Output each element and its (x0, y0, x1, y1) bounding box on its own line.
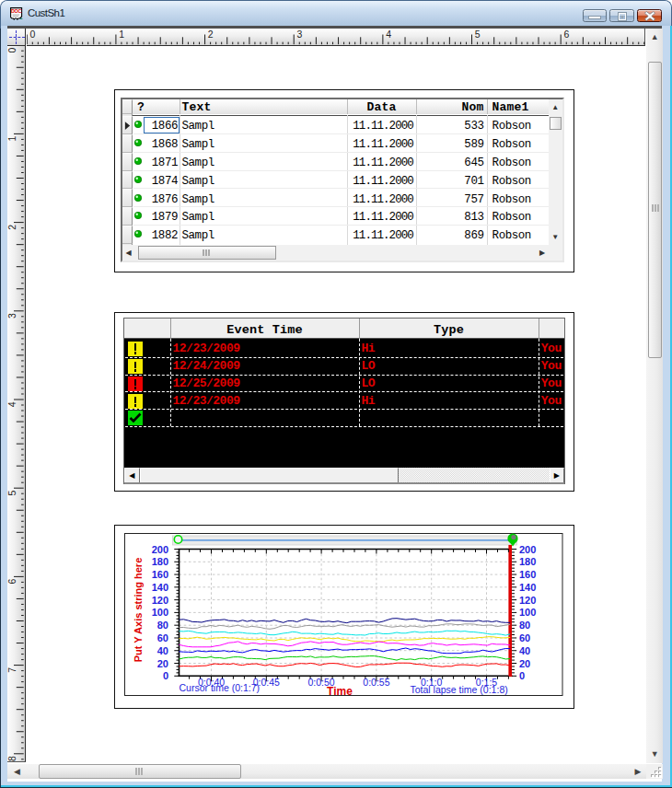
svg-text:Put Y Axis string here: Put Y Axis string here (133, 557, 144, 662)
svg-text:DOC: DOC (10, 8, 21, 14)
svg-text:200: 200 (152, 543, 168, 554)
svg-text:5: 5 (474, 29, 480, 40)
svg-text:6: 6 (7, 578, 17, 584)
svg-text:0: 0 (519, 670, 525, 681)
svg-text:20: 20 (157, 657, 168, 668)
svg-text:5: 5 (7, 490, 17, 495)
svg-text:4: 4 (7, 401, 17, 407)
svg-text:2: 2 (7, 225, 17, 230)
svg-text:0: 0 (7, 47, 17, 52)
svg-text:160: 160 (519, 569, 536, 580)
svg-text:60: 60 (519, 632, 530, 643)
svg-text:8: 8 (7, 756, 17, 761)
svg-text:200: 200 (519, 543, 536, 554)
svg-text:0: 0 (29, 29, 35, 40)
svg-text:80: 80 (519, 620, 530, 631)
svg-text:100: 100 (519, 607, 536, 618)
svg-text:3: 3 (296, 29, 302, 40)
svg-text:40: 40 (157, 644, 168, 655)
svg-text:0:0:55: 0:0:55 (363, 676, 389, 687)
svg-text:60: 60 (157, 632, 168, 643)
svg-text:Time: Time (327, 684, 353, 696)
svg-text:80: 80 (157, 620, 168, 631)
svg-text:20: 20 (519, 657, 530, 668)
svg-text:4: 4 (386, 29, 391, 40)
svg-text:2: 2 (207, 29, 213, 40)
svg-text:160: 160 (152, 569, 168, 580)
svg-text:Total lapse time (0:1:8): Total lapse time (0:1:8) (411, 683, 508, 694)
svg-text:0: 0 (163, 670, 168, 681)
svg-text:180: 180 (519, 556, 536, 567)
svg-text:100: 100 (152, 607, 168, 618)
svg-text:120: 120 (152, 594, 168, 605)
svg-text:1: 1 (119, 29, 124, 40)
svg-text:140: 140 (519, 581, 536, 592)
svg-text:6: 6 (563, 29, 569, 40)
svg-text:140: 140 (152, 581, 168, 592)
svg-text:3: 3 (7, 313, 17, 319)
svg-text:7: 7 (7, 667, 17, 673)
svg-text:180: 180 (152, 556, 168, 567)
svg-text:40: 40 (519, 644, 530, 655)
svg-text:Cursor time (0:1:7): Cursor time (0:1:7) (180, 681, 261, 692)
svg-text:120: 120 (519, 594, 536, 605)
svg-text:1: 1 (7, 135, 17, 141)
